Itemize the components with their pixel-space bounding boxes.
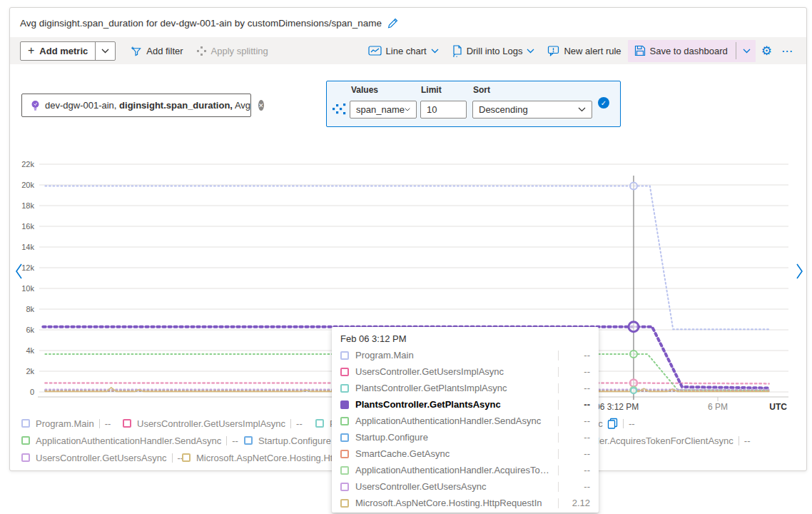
filter-icon <box>131 46 142 56</box>
metric-pill[interactable]: dev-dgw-001-ain, diginsight.span_duratio… <box>21 94 251 117</box>
chart-toolbar: + Add metric Add filter Apply splitting <box>10 37 806 64</box>
series-color-swatch <box>21 436 30 445</box>
legend-series-name: UsersController.GetUsersImplAsync <box>137 418 285 429</box>
values-dropdown[interactable]: span_name <box>350 101 417 119</box>
series-color-swatch <box>340 450 349 458</box>
tooltip-series-name: ApplicationAuthenticationHandler.Acquire… <box>355 465 552 475</box>
chart-title: Avg diginsight.span_duration for dev-dgw… <box>20 18 382 29</box>
tooltip-separator <box>558 367 559 377</box>
add-metric-button[interactable]: + Add metric <box>21 42 95 60</box>
edit-pencil-icon[interactable] <box>387 18 398 29</box>
series-color-swatch <box>340 368 349 376</box>
chevron-left-icon[interactable] <box>14 263 24 283</box>
tooltip-series-row: ApplicationAuthenticationHandler.Acquire… <box>340 462 590 478</box>
chevron-down-icon <box>101 49 109 54</box>
save-to-dashboard-label: Save to dashboard <box>650 46 728 56</box>
y-axis-tick-label: 4k <box>26 346 34 355</box>
gear-icon[interactable]: ⚙ <box>756 44 778 59</box>
save-to-dashboard-button[interactable]: Save to dashboard <box>628 41 734 61</box>
tooltip-series-name: SmartCache.GetAsync <box>355 448 552 459</box>
y-axis-tick-label: 18k <box>21 201 34 210</box>
y-axis-tick-label: 0 <box>30 388 34 396</box>
timezone-label: UTC <box>769 402 787 412</box>
tooltip-separator <box>558 383 559 393</box>
chevron-down-icon <box>431 49 439 54</box>
tooltip-separator <box>558 498 559 508</box>
drill-logs-icon <box>452 45 462 57</box>
series-color-swatch <box>340 433 349 442</box>
tooltip-separator <box>558 416 559 426</box>
chart-tooltip: Feb 06 3:12 PM Program.Main--UsersContro… <box>332 327 599 513</box>
alert-icon <box>547 45 559 56</box>
tooltip-series-value: -- <box>566 366 590 377</box>
add-metric-split-button[interactable]: + Add metric <box>20 41 116 61</box>
tooltip-series-value: -- <box>566 481 590 492</box>
tooltip-separator <box>558 433 559 443</box>
new-alert-rule-label: New alert rule <box>564 46 621 56</box>
hover-marker <box>630 182 637 189</box>
legend-series-name: ApplicationAuthenticationHandler.SendAsy… <box>36 435 221 446</box>
legend-series-name: UsersController.GetUsersAsync <box>36 453 167 463</box>
series-color-swatch <box>21 453 30 462</box>
drill-into-logs-label: Drill into Logs <box>467 46 523 56</box>
add-filter-button[interactable]: Add filter <box>124 41 189 61</box>
chevron-right-icon[interactable] <box>795 263 804 283</box>
y-axis-tick-label: 22k <box>21 160 34 168</box>
hover-marker <box>631 388 636 393</box>
series-color-swatch <box>244 436 253 445</box>
add-metric-dropdown[interactable] <box>95 42 115 60</box>
add-filter-label: Add filter <box>146 46 183 56</box>
scatter-icon <box>333 103 346 116</box>
chevron-down-icon <box>405 107 410 112</box>
legend-separator <box>99 419 100 428</box>
tooltip-series-value: -- <box>566 448 590 459</box>
limit-label: Limit <box>421 85 442 95</box>
chart-type-button[interactable]: Line chart <box>362 41 445 61</box>
series-color-swatch <box>340 400 349 409</box>
apply-splitting-button[interactable]: Apply splitting <box>190 41 275 61</box>
tooltip-series-name: PlantsController.GetPlantsImplAsync <box>355 383 552 393</box>
legend-item[interactable]: ApplicationAuthenticationHandler.SendAsy… <box>21 435 238 446</box>
tooltip-series-name: Program.Main <box>355 350 552 361</box>
copy-icon[interactable] <box>607 418 618 429</box>
tooltip-series-name: Microsoft.AspNetCore.Hosting.HttpRequest… <box>355 498 552 508</box>
legend-separator <box>226 436 227 445</box>
legend-separator <box>172 453 173 463</box>
legend-item[interactable]: UsersController.GetUsersImplAsync-- <box>123 418 303 429</box>
save-to-dashboard-dropdown[interactable] <box>738 41 756 61</box>
series-color-swatch <box>340 351 349 360</box>
y-axis-tick-label: 20k <box>21 181 34 189</box>
chevron-down-icon <box>527 49 534 54</box>
line-chart-icon <box>368 45 382 56</box>
series-line <box>45 186 768 330</box>
tooltip-separator <box>558 400 559 410</box>
chart-title-row: Avg diginsight.span_duration for dev-dgw… <box>20 16 398 30</box>
tooltip-series-value: -- <box>566 399 590 410</box>
tooltip-series-row: UsersController.GetUsersAsync-- <box>340 478 590 495</box>
series-color-swatch <box>123 419 131 428</box>
sort-dropdown[interactable]: Descending <box>472 101 592 119</box>
y-axis-tick-label: 8k <box>26 305 34 313</box>
legend-item[interactable]: UsersController.GetUsersAsync-- <box>21 452 183 463</box>
legend-series-value: -- <box>296 418 303 429</box>
ellipsis-icon[interactable]: ··· <box>778 46 798 56</box>
check-circle-icon[interactable]: ✓ <box>598 97 609 109</box>
legend-item[interactable]: Program.Main-- <box>21 418 111 429</box>
chevron-down-icon <box>743 49 751 54</box>
tooltip-separator <box>558 351 559 361</box>
tooltip-separator <box>558 449 559 459</box>
y-axis-tick-label: 10k <box>21 284 34 293</box>
tooltip-series-row: Startup.Configure-- <box>340 429 590 445</box>
remove-circle-icon[interactable]: ✕ <box>258 100 264 111</box>
tooltip-series-row: PlantsController.GetPlantsAsync-- <box>340 396 590 413</box>
tooltip-series-name: UsersController.GetUsersAsync <box>355 481 552 492</box>
legend-series-name: Program.Main <box>36 418 94 429</box>
sort-selected: Descending <box>479 104 528 115</box>
limit-input[interactable]: 10 <box>420 101 467 119</box>
new-alert-rule-button[interactable]: New alert rule <box>541 41 627 61</box>
series-color-swatch <box>340 384 349 393</box>
y-axis-tick-label: 14k <box>21 243 34 251</box>
drill-into-logs-button[interactable]: Drill into Logs <box>445 41 542 61</box>
tooltip-series-name: Startup.Configure <box>355 432 552 443</box>
legend-series-value: -- <box>105 418 111 429</box>
